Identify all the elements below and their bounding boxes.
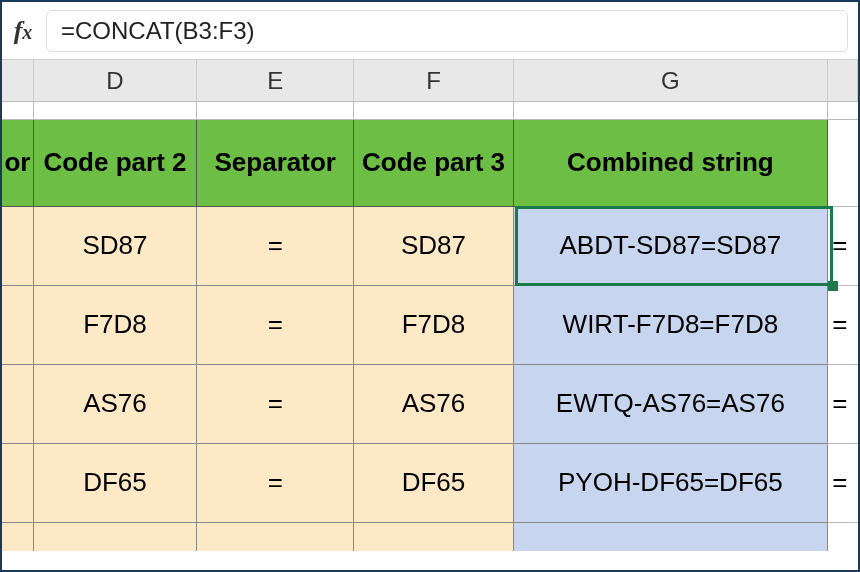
table-row-partial bbox=[2, 523, 858, 551]
formula-input[interactable]: =CONCAT(B3:F3) bbox=[46, 10, 848, 52]
data-area: or Code part 2 Separator Code part 3 Com… bbox=[2, 120, 858, 551]
cell-h[interactable]: = bbox=[828, 365, 858, 444]
cell-d[interactable]: DF65 bbox=[34, 444, 197, 523]
cell-d[interactable]: AS76 bbox=[34, 365, 197, 444]
table-row: SD87 = SD87 ABDT-SD87=SD87 = bbox=[2, 207, 858, 286]
header-code-part-3[interactable]: Code part 3 bbox=[354, 120, 513, 207]
table-header-row: or Code part 2 Separator Code part 3 Com… bbox=[2, 120, 858, 207]
fx-icon[interactable]: fx bbox=[6, 16, 40, 46]
col-header-g[interactable]: G bbox=[514, 60, 829, 101]
cell-c[interactable] bbox=[2, 523, 34, 551]
col-header-h[interactable] bbox=[828, 60, 858, 101]
cell-f[interactable]: SD87 bbox=[354, 207, 513, 286]
cell-h[interactable]: = bbox=[828, 207, 858, 286]
cell-f[interactable]: F7D8 bbox=[354, 286, 513, 365]
cell-f[interactable]: AS76 bbox=[354, 365, 513, 444]
cell-g[interactable]: WIRT-F7D8=F7D8 bbox=[514, 286, 829, 365]
header-code-part-2[interactable]: Code part 2 bbox=[34, 120, 197, 207]
cell-empty-h[interactable] bbox=[828, 120, 858, 207]
cell-e[interactable] bbox=[197, 523, 354, 551]
cell-c[interactable] bbox=[2, 207, 34, 286]
spacer-row bbox=[2, 102, 858, 120]
col-header-f[interactable]: F bbox=[354, 60, 513, 101]
header-separator2[interactable]: Separator bbox=[197, 120, 354, 207]
cell-c[interactable] bbox=[2, 286, 34, 365]
col-header-d[interactable]: D bbox=[34, 60, 197, 101]
table-row: AS76 = AS76 EWTQ-AS76=AS76 = bbox=[2, 365, 858, 444]
cell-g[interactable]: EWTQ-AS76=AS76 bbox=[514, 365, 829, 444]
cell-c[interactable] bbox=[2, 444, 34, 523]
cell-e[interactable]: = bbox=[197, 365, 354, 444]
cell-e[interactable]: = bbox=[197, 286, 354, 365]
cell-h[interactable]: = bbox=[828, 286, 858, 365]
cell-d[interactable]: SD87 bbox=[34, 207, 197, 286]
cell-g[interactable]: PYOH-DF65=DF65 bbox=[514, 444, 829, 523]
cell-h[interactable]: = bbox=[828, 444, 858, 523]
cell-g[interactable] bbox=[514, 523, 829, 551]
cell-d[interactable]: F7D8 bbox=[34, 286, 197, 365]
cell-e[interactable]: = bbox=[197, 444, 354, 523]
cell-g-selected[interactable]: ABDT-SD87=SD87 bbox=[514, 207, 829, 286]
cell-h[interactable] bbox=[828, 523, 858, 551]
table-row: F7D8 = F7D8 WIRT-F7D8=F7D8 = bbox=[2, 286, 858, 365]
header-combined-string[interactable]: Combined string bbox=[514, 120, 829, 207]
cell-f[interactable]: DF65 bbox=[354, 444, 513, 523]
cell-f[interactable] bbox=[354, 523, 513, 551]
table-row: DF65 = DF65 PYOH-DF65=DF65 = bbox=[2, 444, 858, 523]
col-header-e[interactable]: E bbox=[197, 60, 354, 101]
header-separator1-partial[interactable]: or bbox=[2, 120, 34, 207]
cell-c[interactable] bbox=[2, 365, 34, 444]
column-headers: D E F G bbox=[2, 60, 858, 102]
cell-d[interactable] bbox=[34, 523, 197, 551]
cell-e[interactable]: = bbox=[197, 207, 354, 286]
formula-bar: fx =CONCAT(B3:F3) bbox=[2, 2, 858, 60]
col-header-c[interactable] bbox=[2, 60, 34, 101]
